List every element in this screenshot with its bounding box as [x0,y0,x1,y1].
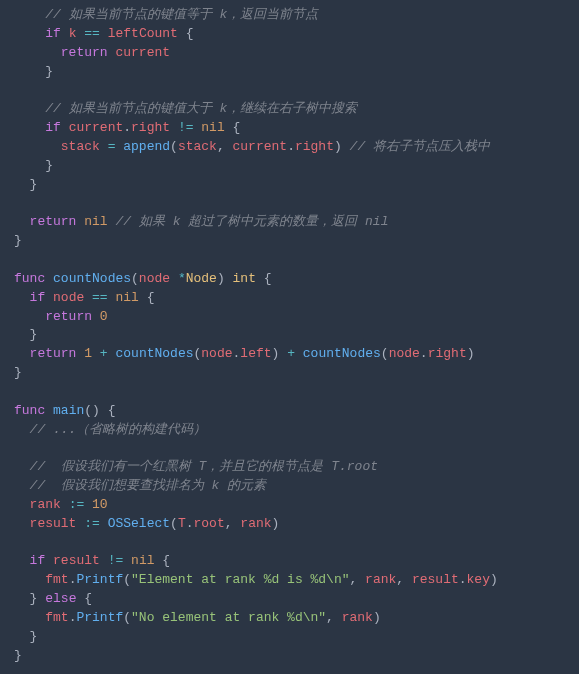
code-line: return 0 [0,308,579,327]
code-line: stack = append(stack, current.right) // … [0,138,579,157]
code-line: rank := 10 [0,496,579,515]
code-line: } [0,647,579,666]
code-line: fmt.Printf("No element at rank %d\n", ra… [0,609,579,628]
code-line: } [0,157,579,176]
code-line: return nil // 如果 k 超过了树中元素的数量，返回 nil [0,213,579,232]
comment: // 如果当前节点的键值等于 k，返回当前节点 [45,7,318,22]
code-line: if current.right != nil { [0,119,579,138]
code-line [0,383,579,402]
comment: // 将右子节点压入栈中 [350,139,490,154]
code-line: if result != nil { [0,552,579,571]
code-line: } [0,326,579,345]
code-line: } [0,364,579,383]
code-line: } [0,63,579,82]
comment: // 如果 k 超过了树中元素的数量，返回 nil [115,214,388,229]
code-line [0,81,579,100]
code-line: func main() { [0,402,579,421]
code-line: } [0,232,579,251]
code-line: } [0,628,579,647]
code-line: // 如果当前节点的键值大于 k，继续在右子树中搜索 [0,100,579,119]
code-line: func countNodes(node *Node) int { [0,270,579,289]
code-line [0,194,579,213]
comment: // 假设我们有一个红黑树 T，并且它的根节点是 T.root [30,459,378,474]
code-line: if node == nil { [0,289,579,308]
code-line [0,534,579,553]
code-line: if k == leftCount { [0,25,579,44]
comment: // ...（省略树的构建代码） [30,422,207,437]
code-block: // 如果当前节点的键值等于 k，返回当前节点 if k == leftCoun… [0,6,579,666]
code-line: return 1 + countNodes(node.left) + count… [0,345,579,364]
code-line: return current [0,44,579,63]
code-line: // 假设我们想要查找排名为 k 的元素 [0,477,579,496]
code-line: // 假设我们有一个红黑树 T，并且它的根节点是 T.root [0,458,579,477]
code-line: result := OSSelect(T.root, rank) [0,515,579,534]
code-line: } [0,176,579,195]
code-line: fmt.Printf("Element at rank %d is %d\n",… [0,571,579,590]
code-line: } else { [0,590,579,609]
code-line [0,439,579,458]
comment: // 假设我们想要查找排名为 k 的元素 [30,478,267,493]
code-line [0,251,579,270]
code-line: // ...（省略树的构建代码） [0,421,579,440]
comment: // 如果当前节点的键值大于 k，继续在右子树中搜索 [45,101,357,116]
code-line: // 如果当前节点的键值等于 k，返回当前节点 [0,6,579,25]
